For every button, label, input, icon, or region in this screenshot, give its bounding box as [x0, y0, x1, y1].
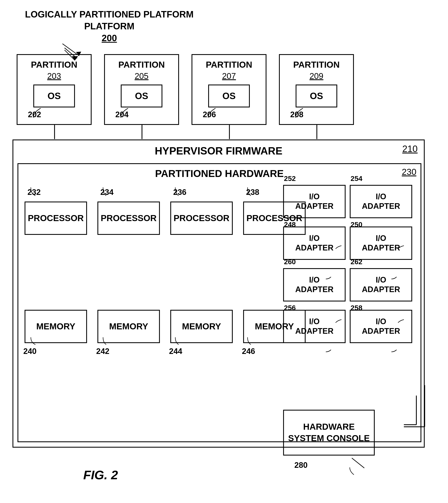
partition-2-number: 205: [135, 71, 149, 81]
io-adapter-7: I/OADAPTER: [283, 310, 346, 343]
io-adapter-6: I/OADAPTER 262 258: [350, 268, 412, 301]
partition-2-os-ref: 204: [115, 110, 128, 119]
memory-1: MEMORY 240: [25, 310, 87, 343]
partition-2: PARTITION 205 OS 204: [104, 54, 179, 125]
processor-3-ref: 236: [173, 188, 186, 197]
memory-3: MEMORY 244: [170, 310, 233, 343]
platform-title: LOGICALLY PARTITIONED PLATFORM: [25, 8, 194, 20]
hypervisor-label: HYPERVISOR FIRMWARE: [13, 145, 424, 157]
memory-4-ref: 246: [242, 347, 255, 356]
processor-1-ref: 232: [28, 188, 41, 197]
platform-label: LOGICALLY PARTITIONED PLATFORM PLATFORM …: [25, 8, 194, 44]
partition-3-number: 207: [222, 71, 236, 81]
memory-row: MEMORY 240 MEMORY 242 MEMORY 244 MEMORY …: [25, 310, 306, 343]
io-adapter-1: I/OADAPTER 248 252: [283, 185, 346, 218]
memory-1-ref: 240: [23, 347, 36, 356]
platform-title-line2: PLATFORM: [25, 20, 194, 32]
diagram: LOGICALLY PARTITIONED PLATFORM PLATFORM …: [0, 0, 448, 503]
memory-3-ref: 244: [169, 347, 182, 356]
partition-1-os-ref: 202: [28, 110, 41, 119]
partition-3: PARTITION 207 OS 206: [192, 54, 267, 125]
io-adapter-5-inner-ref: 260: [284, 258, 296, 266]
svg-line-9: [352, 458, 364, 468]
processors-row: 232 PROCESSOR 234 PROCESSOR 236 PROCESSO…: [25, 202, 306, 235]
console-box: HARDWARESYSTEM CONSOLE 280: [283, 410, 375, 455]
figure-label: FIG. 2: [83, 468, 118, 482]
io-row-2: I/OADAPTER I/OADAPTER: [283, 227, 416, 260]
hardware-box: PARTITIONED HARDWARE 230 232 PROCESSOR 2…: [17, 163, 421, 442]
partition-2-label: PARTITION: [118, 59, 165, 71]
memory-2: MEMORY 242: [97, 310, 160, 343]
partitions-row: PARTITION 203 OS 202 PARTITION 205 OS 20…: [17, 54, 354, 125]
processor-2-ref: 234: [100, 188, 113, 197]
io-adapter-1-inner-ref: 252: [284, 174, 296, 183]
io-adapter-3: I/OADAPTER: [283, 227, 346, 260]
platform-number: 200: [25, 32, 194, 44]
io-adapters-grid: I/OADAPTER 248 252 I/OADAPTER 250 254 I/…: [283, 185, 416, 401]
partition-1-number: 203: [47, 71, 61, 81]
partition-4: PARTITION 209 OS 208: [279, 54, 354, 125]
processor-2: 234 PROCESSOR: [97, 202, 160, 235]
partition-4-label: PARTITION: [293, 59, 339, 71]
partition-4-os-ref: 208: [290, 110, 303, 119]
processor-4-ref: 238: [246, 188, 259, 197]
io-adapter-6-inner-ref: 262: [351, 258, 362, 266]
partition-1-os: OS 202: [33, 84, 75, 107]
hypervisor-box: HYPERVISOR FIRMWARE 210 PARTITIONED HARD…: [13, 140, 425, 448]
partition-3-os: OS 206: [208, 84, 250, 107]
io-adapter-2-inner-ref: 254: [351, 174, 362, 183]
hardware-number: 230: [402, 167, 416, 177]
io-adapter-5: I/OADAPTER 260 256: [283, 268, 346, 301]
hypervisor-number: 210: [402, 144, 418, 154]
partition-4-os: OS 208: [296, 84, 337, 107]
partition-3-os-ref: 206: [203, 110, 216, 119]
memory-2-ref: 242: [96, 347, 109, 356]
partition-4-number: 209: [310, 71, 323, 81]
io-adapter-2: I/OADAPTER 250 254: [350, 185, 412, 218]
partition-3-label: PARTITION: [206, 59, 252, 71]
console-ref: 280: [294, 460, 307, 470]
processor-3: 236 PROCESSOR: [170, 202, 233, 235]
io-adapter-8: I/OADAPTER: [350, 310, 412, 343]
io-row-4: I/OADAPTER I/OADAPTER: [283, 310, 416, 343]
io-row-3: I/OADAPTER 260 256 I/OADAPTER 262 258: [283, 268, 416, 301]
processor-1: 232 PROCESSOR: [25, 202, 87, 235]
partition-1: PARTITION 203 OS 202: [17, 54, 92, 125]
io-adapter-4: I/OADAPTER: [350, 227, 412, 260]
io-row-1: I/OADAPTER 248 252 I/OADAPTER 250 254: [283, 185, 416, 218]
partition-2-os: OS 204: [121, 84, 162, 107]
partition-1-label: PARTITION: [31, 59, 77, 71]
